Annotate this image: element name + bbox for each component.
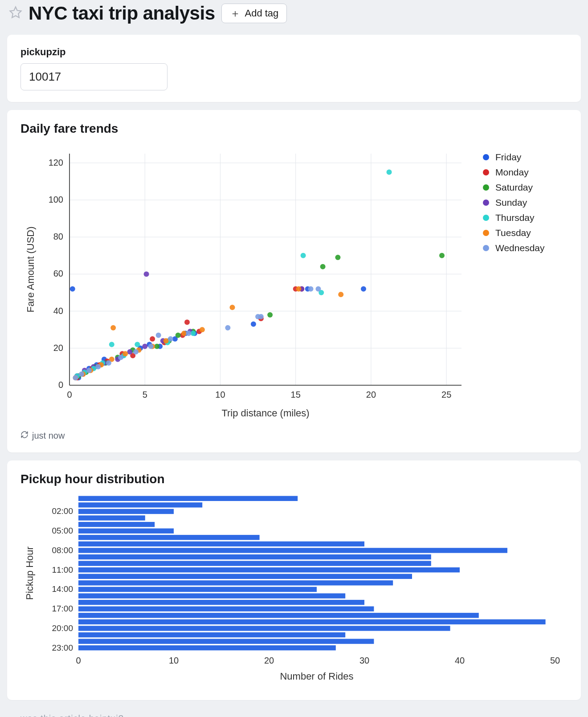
svg-text:05:00: 05:00 bbox=[52, 526, 73, 535]
svg-text:25: 25 bbox=[441, 390, 451, 399]
svg-text:0: 0 bbox=[58, 380, 63, 390]
svg-rect-136 bbox=[78, 535, 260, 540]
svg-text:14:00: 14:00 bbox=[52, 584, 73, 594]
refresh-icon[interactable] bbox=[20, 431, 29, 441]
svg-rect-140 bbox=[78, 561, 431, 566]
svg-point-115 bbox=[95, 364, 101, 369]
plus-icon: ＋ bbox=[230, 8, 241, 19]
svg-text:0: 0 bbox=[67, 390, 72, 399]
pickup-hour-chart: 02:0005:0008:0011:0014:0017:0020:0023:00… bbox=[20, 491, 564, 687]
legend-dot-icon bbox=[483, 200, 489, 206]
svg-text:120: 120 bbox=[49, 158, 63, 167]
svg-point-70 bbox=[267, 312, 273, 318]
legend-item[interactable]: Friday bbox=[483, 152, 545, 163]
svg-point-80 bbox=[142, 344, 147, 349]
svg-point-121 bbox=[168, 336, 173, 342]
svg-rect-143 bbox=[78, 580, 393, 585]
svg-rect-142 bbox=[78, 574, 412, 579]
legend-item[interactable]: Sunday bbox=[483, 197, 545, 208]
page-title: NYC taxi trip analysis bbox=[29, 3, 215, 24]
legend-label: Thursday bbox=[495, 212, 535, 223]
svg-point-55 bbox=[184, 320, 190, 325]
star-icon[interactable] bbox=[9, 6, 22, 21]
legend-label: Tuesday bbox=[495, 228, 531, 238]
add-tag-label: Add tag bbox=[245, 8, 279, 19]
svg-rect-153 bbox=[78, 645, 336, 650]
svg-point-109 bbox=[230, 305, 235, 310]
svg-text:60: 60 bbox=[53, 269, 63, 278]
svg-point-43 bbox=[361, 286, 366, 292]
svg-point-110 bbox=[296, 286, 301, 292]
legend-item[interactable]: Monday bbox=[483, 167, 545, 178]
svg-rect-147 bbox=[78, 607, 374, 611]
svg-point-96 bbox=[387, 170, 392, 175]
svg-rect-132 bbox=[78, 509, 174, 514]
svg-text:23:00: 23:00 bbox=[52, 643, 73, 652]
svg-text:20: 20 bbox=[264, 656, 274, 665]
svg-rect-145 bbox=[78, 593, 345, 598]
svg-text:Fare Amount (USD): Fare Amount (USD) bbox=[25, 226, 36, 312]
svg-rect-146 bbox=[78, 600, 364, 605]
fare-trends-title: Daily fare trends bbox=[20, 122, 568, 136]
legend-label: Sunday bbox=[495, 197, 527, 208]
svg-point-122 bbox=[186, 331, 191, 336]
svg-rect-148 bbox=[78, 613, 479, 618]
svg-rect-137 bbox=[78, 542, 364, 546]
svg-rect-138 bbox=[78, 548, 507, 553]
pickup-hour-title: Pickup hour distribution bbox=[20, 472, 568, 486]
svg-rect-133 bbox=[78, 515, 145, 520]
dashboard-header: NYC taxi trip analysis ＋ Add tag bbox=[7, 0, 581, 35]
legend-item[interactable]: Thursday bbox=[483, 212, 545, 223]
fare-trends-legend: FridayMondaySaturdaySundayThursdayTuesda… bbox=[470, 140, 545, 425]
fare-trends-chart: 0510152025020406080100120Trip distance (… bbox=[20, 140, 470, 425]
svg-text:40: 40 bbox=[455, 656, 465, 665]
svg-point-113 bbox=[79, 371, 84, 377]
legend-label: Wednesday bbox=[495, 243, 545, 253]
pickup-hour-panel: Pickup hour distribution 02:0005:0008:00… bbox=[7, 460, 581, 700]
svg-rect-150 bbox=[78, 626, 450, 631]
svg-text:10: 10 bbox=[215, 390, 225, 399]
parameter-panel: pickupzip bbox=[7, 35, 581, 102]
fare-trends-panel: Daily fare trends 0510152025020406080100… bbox=[7, 110, 581, 452]
svg-point-119 bbox=[148, 344, 154, 349]
svg-rect-135 bbox=[78, 529, 174, 534]
legend-label: Saturday bbox=[495, 182, 533, 193]
svg-text:80: 80 bbox=[53, 232, 63, 241]
footer-partial-text: was this article heiptui? bbox=[7, 708, 581, 717]
svg-rect-144 bbox=[78, 587, 317, 592]
legend-label: Monday bbox=[495, 167, 529, 178]
svg-text:40: 40 bbox=[53, 306, 63, 316]
legend-item[interactable]: Wednesday bbox=[483, 243, 545, 253]
svg-rect-151 bbox=[78, 632, 345, 637]
svg-text:10: 10 bbox=[169, 656, 179, 665]
svg-text:50: 50 bbox=[550, 656, 560, 665]
svg-point-108 bbox=[200, 327, 205, 332]
pickupzip-input[interactable] bbox=[20, 63, 167, 90]
svg-point-112 bbox=[73, 375, 78, 380]
svg-text:08:00: 08:00 bbox=[52, 546, 73, 555]
add-tag-button[interactable]: ＋ Add tag bbox=[221, 4, 287, 23]
svg-text:02:00: 02:00 bbox=[52, 506, 73, 516]
svg-text:5: 5 bbox=[143, 390, 147, 399]
svg-text:20: 20 bbox=[366, 390, 376, 399]
legend-item[interactable]: Saturday bbox=[483, 182, 545, 193]
svg-text:0: 0 bbox=[76, 656, 81, 665]
legend-dot-icon bbox=[483, 230, 489, 236]
refresh-text: just now bbox=[32, 431, 65, 441]
svg-point-118 bbox=[133, 349, 139, 354]
svg-point-52 bbox=[150, 336, 155, 342]
svg-text:100: 100 bbox=[49, 195, 63, 204]
svg-point-41 bbox=[251, 322, 256, 327]
svg-point-89 bbox=[109, 342, 114, 347]
legend-label: Friday bbox=[495, 152, 521, 163]
svg-point-94 bbox=[301, 253, 306, 258]
svg-rect-134 bbox=[78, 522, 155, 527]
svg-text:Trip distance (miles): Trip distance (miles) bbox=[221, 407, 309, 419]
legend-item[interactable]: Tuesday bbox=[483, 228, 545, 238]
svg-text:Pickup Hour: Pickup Hour bbox=[24, 546, 35, 600]
svg-rect-131 bbox=[78, 502, 202, 507]
svg-point-120 bbox=[156, 333, 161, 338]
svg-rect-130 bbox=[78, 496, 298, 501]
legend-dot-icon bbox=[483, 184, 489, 191]
svg-text:Number of Rides: Number of Rides bbox=[280, 671, 353, 682]
